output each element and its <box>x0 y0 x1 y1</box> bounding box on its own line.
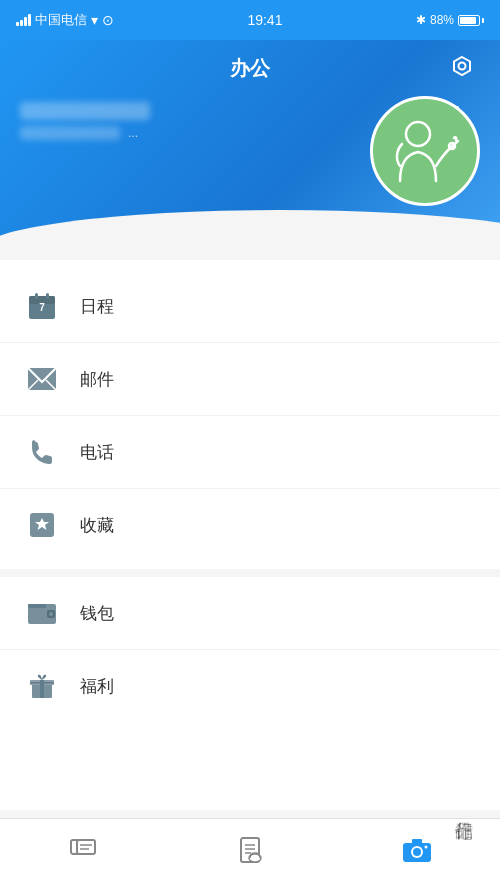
battery-text: 88% <box>430 13 454 27</box>
wallet-icon <box>24 595 60 631</box>
settings-icon[interactable] <box>444 50 480 86</box>
avatar[interactable] <box>370 96 480 206</box>
svg-point-11 <box>406 122 430 146</box>
phone-label: 电话 <box>80 441 114 464</box>
page-title: 办公 <box>56 55 444 82</box>
gift-icon <box>24 668 60 704</box>
status-right: ✱ 88% <box>416 13 484 27</box>
svg-rect-17 <box>46 293 49 299</box>
menu-item-favorites[interactable]: 收藏 <box>0 489 500 561</box>
calendar-icon: 7 <box>24 288 60 324</box>
menu-area: 7 日程 邮件 <box>0 260 500 810</box>
status-left: 中国电信 ▾ ⊙ <box>16 11 114 29</box>
svg-text:7: 7 <box>39 302 45 313</box>
svg-rect-44 <box>412 839 422 844</box>
bluetooth-icon: ✱ <box>416 13 426 27</box>
svg-point-43 <box>413 848 421 856</box>
battery-icon <box>458 15 484 26</box>
svg-rect-16 <box>35 293 38 299</box>
carrier-text: 中国电信 <box>35 11 87 29</box>
svg-point-27 <box>49 612 53 616</box>
messages-tab-icon <box>69 836 97 870</box>
signal-icon <box>16 14 31 26</box>
svg-point-45 <box>424 845 427 848</box>
favorites-icon <box>24 507 60 543</box>
mail-label: 邮件 <box>80 368 114 391</box>
documents-tab-icon <box>236 836 264 870</box>
menu-group-2: 钱包 <box>0 577 500 722</box>
header-title-row: 办公 <box>0 40 500 86</box>
menu-item-schedule[interactable]: 7 日程 <box>0 270 500 343</box>
wallet-label: 钱包 <box>80 602 114 625</box>
svg-rect-33 <box>77 840 95 854</box>
menu-item-wallet[interactable]: 钱包 <box>0 577 500 650</box>
mail-icon <box>24 361 60 397</box>
menu-item-mail[interactable]: 邮件 <box>0 343 500 416</box>
tab-camera[interactable] <box>333 819 500 888</box>
menu-group-1: 7 日程 邮件 <box>0 270 500 561</box>
tab-bar <box>0 818 500 888</box>
svg-rect-31 <box>30 682 54 684</box>
phone-icon <box>24 434 60 470</box>
menu-item-benefits[interactable]: 福利 <box>0 650 500 722</box>
benefits-label: 福利 <box>80 675 114 698</box>
profile-section: ... <box>0 86 500 140</box>
header: 办公 ... <box>0 40 500 260</box>
favorites-label: 收藏 <box>80 514 114 537</box>
status-bar: 中国电信 ▾ ⊙ 19:41 ✱ 88% <box>0 0 500 40</box>
status-time: 19:41 <box>247 12 282 28</box>
svg-rect-25 <box>28 604 46 608</box>
ellipsis: ... <box>128 126 138 140</box>
menu-divider <box>0 569 500 577</box>
profile-subtitle <box>20 126 120 140</box>
tab-documents[interactable] <box>167 819 334 888</box>
wifi-icon: ▾ ⊙ <box>91 12 114 28</box>
content-area: 办公 ... <box>0 40 500 818</box>
bottom-spacer <box>0 730 500 810</box>
profile-name <box>20 102 150 120</box>
schedule-label: 日程 <box>80 295 114 318</box>
tab-messages[interactable] <box>0 819 167 888</box>
menu-item-phone[interactable]: 电话 <box>0 416 500 489</box>
svg-point-0 <box>459 63 466 70</box>
camera-tab-icon <box>402 837 432 869</box>
